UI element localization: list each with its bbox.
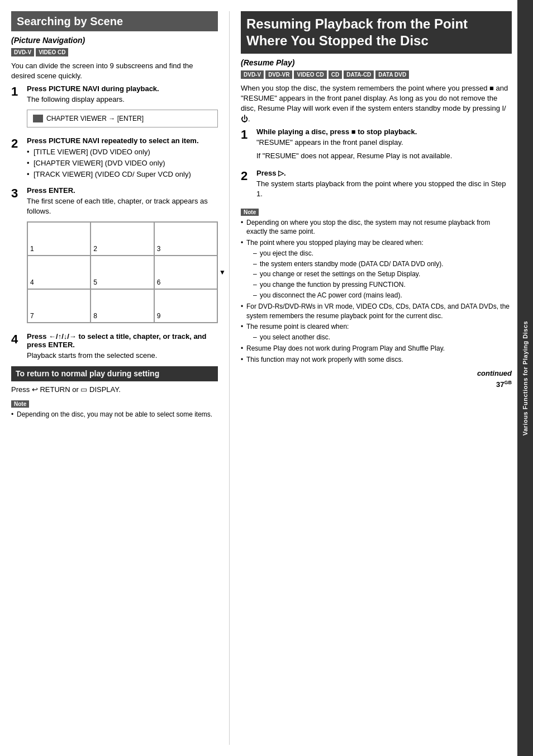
step2-num: 2	[11, 138, 27, 150]
return-body: Press ↩ RETURN or ▭ DISPLAY.	[11, 385, 218, 395]
r-sub1-3: you change the function by pressing FUNC…	[253, 280, 512, 290]
r-step1-title: While playing a disc, press ■ to stop pl…	[256, 127, 512, 136]
r-step1-num: 1	[241, 129, 256, 141]
r-note-1: The point where you stopped playing may …	[241, 238, 512, 300]
right-step2: 2 Press ▷. The system starts playback fr…	[241, 169, 512, 202]
right-subtitle: (Resume Play)	[241, 58, 512, 67]
cell-6: 6	[154, 256, 217, 289]
right-note-sublist2: you select another disc.	[246, 333, 512, 342]
r-sub2-0: you select another disc.	[253, 333, 512, 342]
display-symbol: ▭	[80, 385, 87, 394]
step4-body: Playback starts from the selected scene.	[27, 351, 218, 361]
r-note-2: For DVD-Rs/DVD-RWs in VR mode, VIDEO CDs…	[241, 302, 512, 321]
step1-body: The following display appears.	[27, 94, 218, 105]
return-symbol: ↩	[32, 385, 38, 394]
step3-title: Press ENTER.	[27, 186, 218, 195]
return-section: To return to normal play during setting …	[11, 366, 218, 395]
scene-grid: 1 2 3 4 5 6 7 8 9	[27, 221, 218, 323]
left-section-header: Searching by Scene	[11, 11, 218, 31]
left-step4: 4 Press ←/↑/↓/→ to select a title, chapt…	[11, 332, 218, 361]
left-step1: 1 Press PICTURE NAVI during playback. Th…	[11, 84, 218, 131]
continued-text: continued	[241, 369, 512, 377]
r-step1-content: While playing a disc, press ■ to stop pl…	[256, 127, 512, 164]
bullet-1: [CHAPTER VIEWER] (DVD VIDEO only)	[27, 158, 218, 168]
main-content: Searching by Scene (Picture Navigation) …	[0, 0, 517, 756]
right-step1: 1 While playing a disc, press ■ to stop …	[241, 127, 512, 164]
cell-2: 2	[91, 222, 154, 256]
step2-bullets: [TITLE VIEWER] (DVD VIDEO only) [CHAPTER…	[27, 147, 218, 180]
r-note-4: Resume Play does not work during Program…	[241, 344, 512, 353]
viewer-icon	[33, 115, 43, 122]
cell-4: 4	[27, 256, 91, 289]
viewer-text: CHAPTER VIEWER → [ENTER]	[46, 115, 144, 122]
left-note-label: Note	[11, 400, 29, 408]
page-container: Searching by Scene (Picture Navigation) …	[0, 0, 533, 756]
right-note-list: Depending on where you stop the disc, th…	[241, 218, 512, 365]
return-heading: To return to normal play during setting	[11, 366, 218, 382]
step3-num: 3	[11, 187, 27, 200]
badge-r-datacd: DATA-CD	[344, 70, 374, 79]
bullet-2: [TRACK VIEWER] (VIDEO CD/ Super VCD only…	[27, 169, 218, 179]
left-note-0: Depending on the disc, you may not be ab…	[11, 410, 218, 419]
step1-num: 1	[11, 86, 27, 98]
cell-7: 7	[27, 289, 91, 323]
r-step1-body1: "RESUME" appears in the front panel disp…	[256, 138, 512, 148]
scroll-arrow-icon: ▼	[219, 268, 226, 276]
right-note-label: Note	[241, 209, 259, 216]
step4-content: Press ←/↑/↓/→ to select a title, chapter…	[27, 332, 218, 361]
badge-r-dvdvr: DVD-VR	[265, 70, 292, 79]
r-step2-num: 2	[241, 170, 256, 182]
right-note-sublist1: you eject the disc. the system enters st…	[246, 249, 512, 300]
right-intro: When you stop the disc, the system remem…	[241, 83, 512, 124]
badge-videocd: VIDEO CD	[36, 48, 68, 56]
step2-title: Press PICTURE NAVI repeatedly to select …	[27, 136, 218, 145]
right-section-header: Resuming Playback from the Point Where Y…	[241, 11, 512, 54]
right-column: Resuming Playback from the Point Where Y…	[229, 11, 512, 745]
cell-9: 9	[154, 289, 217, 323]
left-subtitle: (Picture Navigation)	[11, 36, 218, 45]
page-number: 37GB	[241, 380, 512, 389]
right-badges: DVD-V DVD-VR VIDEO CD CD DATA-CD DATA DV…	[241, 70, 512, 79]
badge-r-datadvd: DATA DVD	[375, 70, 409, 79]
r-sub1-2: you change or reset the settings on the …	[253, 270, 512, 279]
scene-grid-outer: 1 2 3 4 5 6 7 8 9 ▼	[27, 221, 218, 323]
r-step1-body2: If "RESUME" does not appear, Resume Play…	[256, 151, 512, 161]
viewer-box: CHAPTER VIEWER → [ENTER]	[27, 110, 218, 127]
left-note-list: Depending on the disc, you may not be ab…	[11, 410, 218, 419]
step1-title: Press PICTURE NAVI during playback.	[27, 84, 218, 93]
cell-1: 1	[27, 222, 91, 256]
step4-num: 4	[11, 333, 27, 346]
left-column: Searching by Scene (Picture Navigation) …	[11, 11, 229, 745]
badge-r-videocd: VIDEO CD	[294, 70, 326, 79]
badge-r-cd: CD	[329, 70, 342, 79]
badge-dvdv: DVD-V	[11, 48, 34, 56]
badge-r-dvdv: DVD-V	[241, 70, 264, 79]
step4-title: Press ←/↑/↓/→ to select a title, chapter…	[27, 332, 218, 349]
step3-body: The first scene of each title, chapter, …	[27, 196, 218, 216]
left-note-box: Note Depending on the disc, you may not …	[11, 399, 218, 419]
left-step3: 3 Press ENTER. The first scene of each t…	[11, 186, 218, 327]
left-step2: 2 Press PICTURE NAVI repeatedly to selec…	[11, 136, 218, 182]
left-intro: You can divide the screen into 9 subscre…	[11, 61, 218, 81]
r-note-0: Depending on where you stop the disc, th…	[241, 218, 512, 237]
r-step2-body: The system starts playback from the poin…	[256, 179, 512, 199]
r-sub1-1: the system enters standby mode (DATA CD/…	[253, 259, 512, 269]
r-note-3: The resume point is cleared when: you se…	[241, 322, 512, 342]
step3-content: Press ENTER. The first scene of each tit…	[27, 186, 218, 327]
side-tab: Various Functions for Playing Discs	[517, 0, 533, 756]
cell-3: 3	[154, 222, 217, 256]
r-note-5: This function may not work properly with…	[241, 355, 512, 365]
cell-8: 8	[91, 289, 154, 323]
right-note-box: Note Depending on where you stop the dis…	[241, 207, 512, 365]
r-sub1-0: you eject the disc.	[253, 249, 512, 258]
cell-5: 5	[91, 256, 154, 289]
r-step2-title: Press ▷.	[256, 169, 512, 177]
step2-content: Press PICTURE NAVI repeatedly to select …	[27, 136, 218, 182]
r-sub1-4: you disconnect the AC power cord (mains …	[253, 291, 512, 300]
left-badges: DVD-V VIDEO CD	[11, 48, 218, 56]
r-step2-content: Press ▷. The system starts playback from…	[256, 169, 512, 202]
bullet-0: [TITLE VIEWER] (DVD VIDEO only)	[27, 147, 218, 157]
step1-content: Press PICTURE NAVI during playback. The …	[27, 84, 218, 131]
